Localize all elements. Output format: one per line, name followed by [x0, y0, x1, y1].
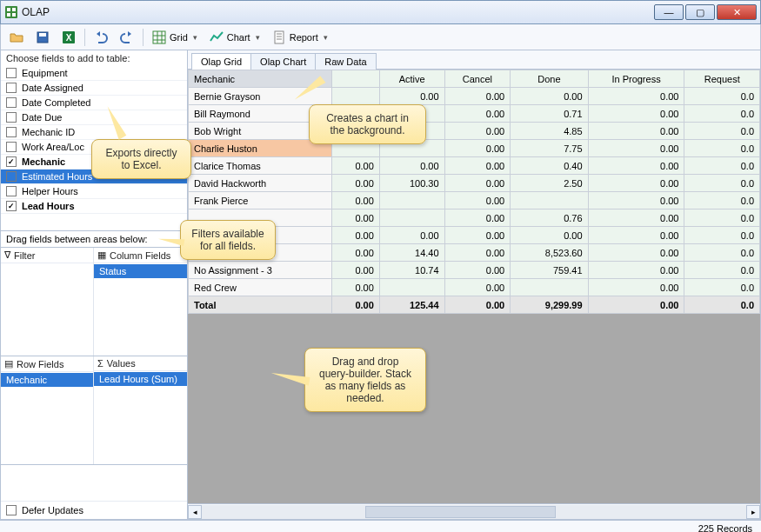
cell[interactable]: 0.00	[444, 279, 511, 296]
cell[interactable]: 0.00	[588, 244, 684, 262]
cell[interactable]: 0.0	[684, 227, 760, 244]
cell[interactable]	[511, 279, 588, 296]
column-header[interactable]: Done	[511, 70, 588, 88]
report-dropdown[interactable]: Report	[269, 29, 331, 46]
column-fields-area[interactable]: ▦Column Fields Status	[94, 248, 187, 356]
cell[interactable]: 0.0	[684, 157, 760, 175]
values-area[interactable]: ΣValues Lead Hours (Sum)	[94, 356, 187, 464]
cell[interactable]: 0.00	[588, 175, 684, 192]
cell[interactable]: 0.0	[684, 123, 760, 140]
cell[interactable]: 0.00	[588, 192, 684, 209]
cell[interactable]: 0.00	[588, 157, 684, 175]
redo-button[interactable]	[117, 29, 137, 46]
cell[interactable]: 0.00	[444, 88, 511, 105]
cell[interactable]: 0.76	[511, 209, 588, 227]
horizontal-scrollbar[interactable]: ◂ ▸	[188, 503, 760, 519]
cell[interactable]	[379, 192, 444, 209]
cell[interactable]: 0.00	[444, 262, 511, 279]
cell[interactable]: 0.00	[331, 262, 379, 279]
tab[interactable]: Olap Chart	[250, 53, 316, 70]
cell[interactable]: 0.00	[588, 105, 684, 123]
cell[interactable]: 0.00	[511, 227, 588, 244]
tab[interactable]: Olap Grid	[191, 53, 251, 70]
row-header[interactable]: Frank Pierce	[189, 192, 332, 209]
field-item[interactable]: Mechanic ID	[1, 125, 187, 140]
field-checkbox[interactable]	[6, 186, 17, 196]
undo-button[interactable]	[90, 29, 111, 46]
cell[interactable]: 0.0	[684, 175, 760, 192]
cell[interactable]: 0.00	[444, 123, 511, 140]
chart-dropdown[interactable]: Chart	[206, 29, 264, 46]
export-excel-button[interactable]: X	[58, 29, 79, 46]
cell[interactable]: 0.0	[684, 88, 760, 105]
cell[interactable]: 0.00	[511, 88, 588, 105]
area-chip[interactable]: Status	[94, 264, 187, 278]
maximize-button[interactable]: ▢	[685, 4, 715, 20]
cell[interactable]: 0.0	[684, 262, 760, 279]
cell[interactable]: 0.00	[331, 227, 379, 244]
field-item[interactable]: ✓Lead Hours	[1, 199, 187, 214]
defer-updates-row[interactable]: Defer Updates	[1, 501, 187, 519]
cell[interactable]: 0.0	[684, 192, 760, 209]
cell[interactable]: 0.0	[684, 279, 760, 296]
cell[interactable]: 14.40	[379, 244, 444, 262]
cell[interactable]: 0.00	[444, 192, 511, 209]
cell[interactable]: 8,523.60	[511, 244, 588, 262]
cell[interactable]: 759.41	[511, 262, 588, 279]
tab[interactable]: Raw Data	[315, 53, 376, 70]
cell[interactable]: 0.00	[588, 279, 684, 296]
cell[interactable]: 0.00	[588, 88, 684, 105]
row-fields-area[interactable]: ▤Row Fields Mechanic	[1, 356, 94, 464]
column-header[interactable]: Cancel	[444, 70, 511, 88]
scroll-right-button[interactable]: ▸	[746, 505, 760, 519]
field-checkbox[interactable]	[6, 127, 17, 137]
field-checkbox[interactable]	[6, 68, 17, 78]
cell[interactable]: 4.85	[511, 123, 588, 140]
column-header[interactable]: Active	[379, 70, 444, 88]
field-item[interactable]: Date Completed	[1, 96, 187, 110]
olap-grid[interactable]: MechanicActiveCancelDoneIn ProgressReque…	[188, 70, 760, 503]
cell[interactable]: 0.00	[444, 157, 511, 175]
field-checkbox[interactable]	[6, 171, 17, 182]
field-item[interactable]: Equipment	[1, 66, 187, 81]
row-header[interactable]: No Assignment - 3	[189, 262, 332, 279]
cell[interactable]: 0.00	[588, 140, 684, 157]
cell[interactable]: 0.00	[331, 192, 379, 209]
cell[interactable]: 2.50	[511, 175, 588, 192]
field-checkbox[interactable]: ✓	[6, 156, 17, 167]
cell[interactable]: 100.30	[379, 175, 444, 192]
cell[interactable]: 0.00	[379, 88, 444, 105]
cell[interactable]: 0.00	[444, 244, 511, 262]
grid-dropdown[interactable]: Grid	[149, 29, 201, 46]
scroll-left-button[interactable]: ◂	[188, 505, 202, 519]
field-checkbox[interactable]	[6, 112, 17, 123]
cell[interactable]: 10.74	[379, 262, 444, 279]
cell[interactable]: 0.00	[444, 209, 511, 227]
cell[interactable]: 0.00	[331, 244, 379, 262]
field-item[interactable]: Date Assigned	[1, 81, 187, 96]
cell[interactable]	[379, 209, 444, 227]
scroll-track[interactable]	[202, 505, 746, 519]
area-chip[interactable]: Lead Hours (Sum)	[94, 372, 187, 386]
cell[interactable]	[331, 88, 379, 105]
cell[interactable]: 0.00	[444, 227, 511, 244]
field-checkbox[interactable]	[6, 83, 17, 93]
cell[interactable]	[379, 279, 444, 296]
row-header[interactable]: Red Crew	[189, 279, 332, 296]
filter-area[interactable]: ∇Filter	[1, 248, 94, 356]
cell[interactable]: 0.00	[331, 209, 379, 227]
cell[interactable]: 0.00	[588, 209, 684, 227]
cell[interactable]	[511, 192, 588, 209]
cell[interactable]: 0.00	[444, 175, 511, 192]
area-chip[interactable]: Mechanic	[1, 373, 93, 387]
cell[interactable]: 0.00	[444, 140, 511, 157]
field-item[interactable]: Date Due	[1, 110, 187, 125]
field-checkbox[interactable]	[6, 142, 17, 152]
save-button[interactable]	[32, 29, 53, 46]
cell[interactable]: 0.00	[588, 262, 684, 279]
cell[interactable]: 7.75	[511, 140, 588, 157]
cell[interactable]: 0.0	[684, 209, 760, 227]
cell[interactable]: 0.40	[511, 157, 588, 175]
cell[interactable]: 0.71	[511, 105, 588, 123]
column-header[interactable]	[331, 70, 379, 88]
